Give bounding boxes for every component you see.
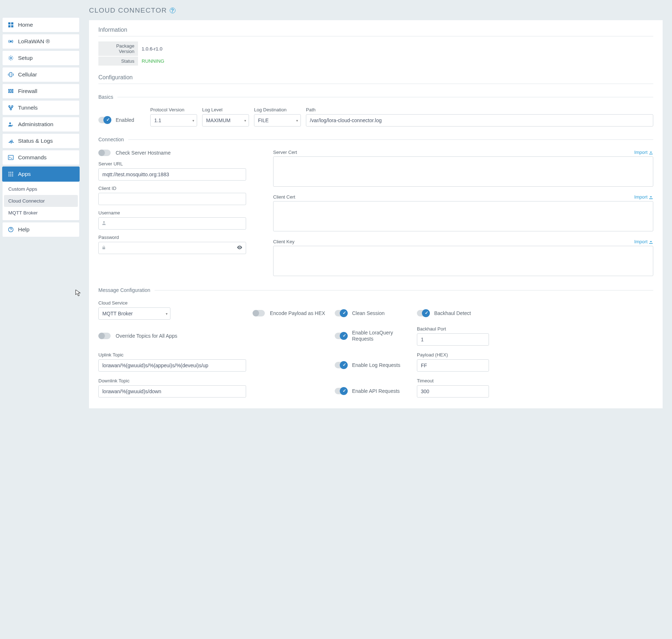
svg-point-21 [9, 172, 10, 173]
client-cert-textarea[interactable] [273, 201, 653, 231]
sidebar-item-label: Setup [18, 55, 33, 61]
sub-item-cloud-connector[interactable]: Cloud Connector [4, 195, 78, 207]
server-cert-textarea[interactable] [273, 156, 653, 187]
loglevel-select[interactable]: MAXIMUM [202, 114, 249, 127]
main-content: CLOUD CONNECTOR ? Information Package Ve… [82, 0, 672, 639]
page-title: CLOUD CONNECTOR ? [89, 6, 663, 14]
sidebar-item-firewall[interactable]: Firewall [2, 84, 80, 99]
help-icon [8, 226, 14, 233]
server-url-input[interactable] [98, 168, 246, 181]
password-input[interactable] [98, 242, 246, 254]
sidebar-item-help[interactable]: Help [2, 222, 80, 237]
cloud-service-select[interactable]: MQTT Broker [98, 307, 170, 320]
sidebar-item-apps[interactable]: Apps [2, 167, 80, 182]
svg-rect-20 [8, 155, 13, 160]
info-table: Package Version 1.0.6-r1.0 Status RUNNIN… [98, 41, 653, 66]
status-value: RUNNING [138, 58, 164, 64]
sidebar: Home LoRaWAN ® Setup Cellular Firewall T… [0, 0, 82, 639]
clean-session-toggle[interactable]: ✓ [335, 310, 347, 316]
sidebar-item-status-logs[interactable]: Status & Logs [2, 133, 80, 148]
connection-legend: Connection [98, 137, 128, 142]
username-input[interactable] [98, 217, 246, 230]
sidebar-item-cellular[interactable]: Cellular [2, 67, 80, 82]
override-toggle[interactable] [98, 333, 111, 339]
apps-icon [8, 171, 14, 177]
sidebar-item-label: Status & Logs [18, 138, 53, 144]
loraquery-label: Enable LoraQuery Requests [352, 330, 410, 342]
help-circle-icon[interactable]: ? [170, 8, 175, 13]
enabled-label: Enabled [116, 117, 134, 123]
sub-item-custom-apps[interactable]: Custom Apps [4, 183, 78, 195]
sidebar-item-administration[interactable]: Administration [2, 117, 80, 132]
sidebar-item-tunnels[interactable]: Tunnels [2, 100, 80, 115]
enable-api-toggle[interactable]: ✓ [335, 388, 347, 394]
svg-point-17 [10, 108, 12, 110]
uplink-input[interactable] [98, 359, 246, 372]
status-icon [8, 138, 14, 144]
message-config-fieldset: Message Configuration Cloud Service MQTT… [98, 287, 653, 398]
svg-point-23 [12, 172, 13, 173]
admin-icon [8, 121, 14, 128]
cloud-service-label: Cloud Service [98, 300, 170, 306]
svg-rect-13 [10, 92, 12, 93]
gear-icon [8, 55, 14, 61]
sidebar-item-commands[interactable]: Commands [2, 150, 80, 165]
svg-rect-12 [8, 92, 10, 93]
enable-log-toggle[interactable]: ✓ [335, 362, 347, 368]
client-id-input[interactable] [98, 193, 246, 205]
payload-hex-input[interactable] [417, 359, 489, 372]
svg-rect-1 [11, 22, 13, 25]
svg-rect-32 [102, 247, 105, 249]
client-key-textarea[interactable] [273, 246, 653, 276]
timeout-input[interactable] [417, 385, 489, 398]
svg-point-33 [239, 247, 240, 248]
server-url-label: Server URL [98, 161, 246, 167]
svg-point-26 [12, 174, 13, 175]
client-cert-label: Client Cert [273, 194, 295, 200]
svg-point-22 [10, 172, 12, 173]
svg-rect-11 [11, 90, 13, 92]
sidebar-item-label: Apps [18, 171, 31, 177]
sidebar-item-home[interactable]: Home [2, 17, 80, 32]
sidebar-item-lorawan[interactable]: LoRaWAN ® [2, 34, 80, 49]
protocol-select[interactable]: 1.1 [150, 114, 197, 127]
sub-item-mqtt-broker[interactable]: MQTT Broker [4, 207, 78, 219]
downlink-input[interactable] [98, 385, 246, 398]
sidebar-item-label: Tunnels [18, 105, 38, 111]
svg-point-28 [10, 176, 12, 177]
encode-hex-toggle[interactable] [253, 310, 265, 316]
svg-point-15 [9, 106, 10, 107]
server-cert-import[interactable]: Import [634, 150, 653, 155]
path-label: Path [306, 107, 653, 112]
status-label: Status [98, 57, 138, 66]
backhaul-port-input[interactable] [417, 333, 489, 346]
client-cert-import[interactable]: Import [634, 194, 653, 200]
sidebar-item-label: Administration [18, 121, 53, 128]
svg-rect-0 [8, 22, 10, 25]
config-card: Information Package Version 1.0.6-r1.0 S… [89, 20, 663, 408]
svg-rect-3 [11, 25, 13, 27]
svg-point-31 [103, 221, 105, 223]
svg-rect-14 [12, 92, 13, 93]
user-icon [102, 221, 106, 226]
client-key-label: Client Key [273, 239, 294, 244]
sidebar-item-label: Cellular [18, 71, 37, 78]
check-server-host-toggle[interactable] [98, 150, 111, 156]
path-input[interactable] [306, 114, 653, 127]
backhaul-toggle[interactable]: ✓ [417, 310, 429, 316]
password-label: Password [98, 235, 246, 240]
tunnels-icon [8, 105, 14, 111]
svg-rect-2 [8, 25, 10, 27]
connection-fieldset: Connection Check Server Hostname Server … [98, 137, 653, 277]
eye-icon[interactable] [237, 245, 242, 252]
loraquery-toggle[interactable]: ✓ [335, 333, 347, 339]
username-label: Username [98, 210, 246, 216]
logdest-select[interactable]: FILE [254, 114, 301, 127]
svg-point-4 [10, 41, 12, 42]
client-key-import[interactable]: Import [634, 239, 653, 244]
enabled-toggle[interactable]: ✓ [98, 117, 111, 123]
configuration-heading: Configuration [98, 74, 653, 84]
svg-point-5 [10, 57, 12, 59]
antenna-icon [8, 38, 14, 45]
sidebar-item-setup[interactable]: Setup [2, 50, 80, 66]
